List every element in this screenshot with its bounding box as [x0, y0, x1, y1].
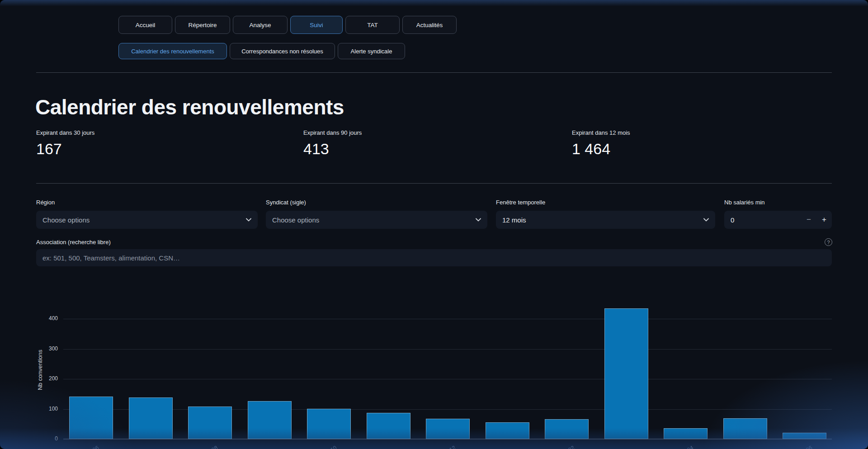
- y-tick-200: 200: [40, 375, 58, 382]
- association-search-input[interactable]: [36, 249, 832, 266]
- nb-salaries-input[interactable]: 0 − +: [724, 211, 832, 229]
- stat-value: 167: [36, 140, 94, 158]
- x-tick-2025-12: 2025-12: [402, 444, 457, 449]
- x-tick-2025-06: 2025-06: [46, 444, 100, 449]
- bar-2025-12: [426, 419, 470, 439]
- divider: [36, 72, 832, 73]
- bar-2025-06: [69, 397, 113, 439]
- divider: [36, 183, 832, 184]
- x-tick-2025-10: 2025-10: [283, 444, 338, 449]
- help-icon[interactable]: ?: [825, 238, 832, 246]
- nb-salaries-label: Nb salariés min: [724, 199, 765, 206]
- page-title: Calendrier des renouvellements: [35, 95, 344, 119]
- stat-expirant-dans-12-mois: Expirant dans 12 mois1 464: [572, 129, 630, 158]
- bar-2026-03: [604, 308, 648, 439]
- x-tick-2026-02: 2026-02: [521, 444, 576, 449]
- association-label: Association (recherche libre): [36, 239, 111, 246]
- region-select[interactable]: Choose options: [36, 211, 258, 229]
- region-label: Région: [36, 199, 55, 206]
- x-tick-2026-04: 2026-04: [640, 444, 694, 449]
- bar-2025-11: [367, 413, 410, 439]
- gridline-100: [63, 409, 832, 410]
- bar-2026-06: [783, 433, 826, 439]
- y-tick-0: 0: [40, 435, 58, 442]
- y-tick-100: 100: [40, 406, 58, 412]
- chevron-down-icon: [246, 218, 251, 222]
- y-tick-400: 400: [40, 315, 58, 321]
- syndicat-label: Syndicat (sigle): [266, 199, 306, 206]
- gridline-200: [63, 379, 832, 379]
- sub-tab-bar: Calendrier des renouvellementsCorrespond…: [118, 43, 405, 59]
- x-tick-2025-08: 2025-08: [165, 444, 219, 449]
- subtab-calendrier-des-renouvellements[interactable]: Calendrier des renouvellements: [118, 43, 227, 59]
- bar-2025-10: [307, 409, 351, 439]
- stat-label: Expirant dans 12 mois: [572, 129, 630, 136]
- bar-2025-08: [188, 406, 232, 439]
- x-tick-2026-06: 2026-06: [759, 444, 813, 449]
- subtab-correspondances-non-resolues[interactable]: Correspondances non résolues: [230, 43, 335, 59]
- stat-value: 1 464: [572, 140, 630, 158]
- gridline-400: [63, 319, 832, 319]
- y-tick-300: 300: [40, 345, 58, 352]
- chevron-down-icon: [476, 218, 481, 222]
- stat-expirant-dans-30-jours: Expirant dans 30 jours167: [36, 129, 94, 158]
- tab-actualites[interactable]: Actualités: [402, 16, 457, 34]
- fenetre-select-value: 12 mois: [502, 216, 700, 224]
- bar-2026-01: [486, 422, 529, 439]
- subtab-alerte-syndicale[interactable]: Alerte syndicale: [338, 43, 405, 59]
- chevron-down-icon: [703, 218, 709, 222]
- syndicat-select[interactable]: Choose options: [266, 211, 487, 229]
- nb-salaries-value: 0: [731, 216, 801, 224]
- y-axis-label: Nb conventions: [37, 350, 43, 390]
- bar-2026-05: [723, 418, 767, 439]
- main-tab-bar: AccueilRépertoireAnalyseSuiviTATActualit…: [118, 16, 457, 34]
- window-edge-glow-top: [0, 0, 868, 6]
- bar-2026-02: [545, 419, 589, 439]
- fenetre-label: Fenêtre temporelle: [496, 199, 545, 206]
- syndicat-select-placeholder: Choose options: [272, 216, 472, 224]
- tab-tat[interactable]: TAT: [345, 16, 400, 34]
- renewals-bar-chart: Nb conventions 01002003004002025-062025-…: [0, 289, 868, 449]
- bar-2025-09: [248, 401, 292, 439]
- decrement-button[interactable]: −: [801, 211, 816, 229]
- tab-accueil[interactable]: Accueil: [118, 16, 172, 34]
- gridline-300: [63, 349, 832, 350]
- tab-analyse[interactable]: Analyse: [233, 16, 288, 34]
- stat-expirant-dans-90-jours: Expirant dans 90 jours413: [303, 129, 362, 158]
- tab-suivi[interactable]: Suivi: [290, 16, 343, 34]
- stat-value: 413: [303, 140, 362, 158]
- bar-2026-04: [664, 428, 708, 439]
- bar-2025-07: [129, 397, 173, 439]
- stat-label: Expirant dans 30 jours: [36, 129, 94, 136]
- app-window: AccueilRépertoireAnalyseSuiviTATActualit…: [0, 0, 868, 449]
- region-select-placeholder: Choose options: [42, 216, 242, 224]
- tab-repertoire[interactable]: Répertoire: [175, 16, 230, 34]
- stat-label: Expirant dans 90 jours: [303, 129, 362, 136]
- fenetre-select[interactable]: 12 mois: [496, 211, 715, 229]
- increment-button[interactable]: +: [816, 211, 832, 229]
